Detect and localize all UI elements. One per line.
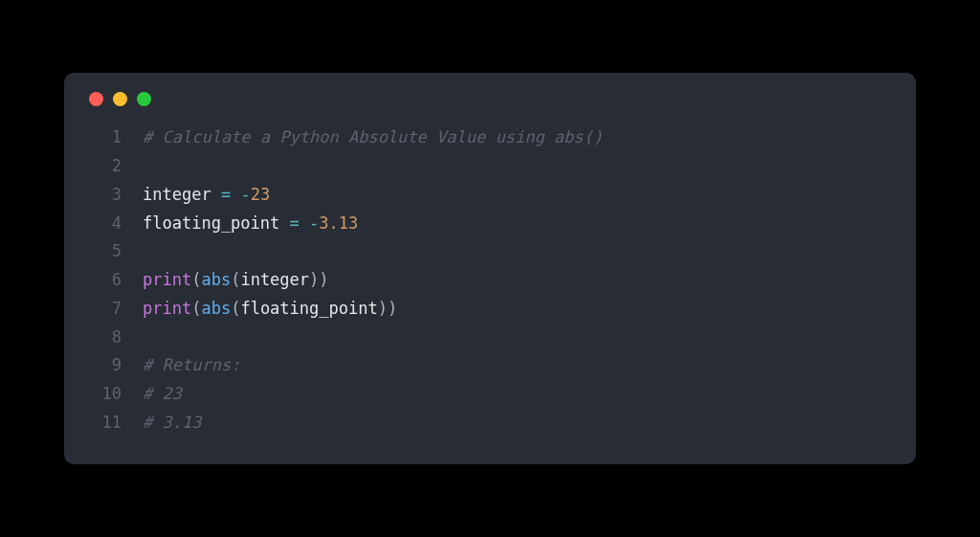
code-text: # Calculate a Python Absolute Value usin… bbox=[143, 123, 603, 152]
token: )) bbox=[378, 299, 397, 318]
token: abs bbox=[201, 299, 231, 318]
code-window: 1# Calculate a Python Absolute Value usi… bbox=[64, 73, 916, 463]
token: ( bbox=[231, 270, 240, 289]
line-number: 11 bbox=[87, 409, 122, 437]
code-text: # Returns: bbox=[143, 351, 240, 380]
code-text: print(abs(integer)) bbox=[143, 266, 329, 295]
maximize-icon[interactable] bbox=[137, 92, 151, 106]
token: - bbox=[240, 185, 250, 204]
code-text bbox=[143, 152, 152, 181]
line-number: 6 bbox=[87, 266, 122, 295]
token: )) bbox=[309, 270, 328, 289]
code-line: 4floating_point = -3.13 bbox=[87, 210, 893, 238]
token bbox=[231, 185, 240, 204]
code-text: integer = -23 bbox=[143, 181, 270, 210]
code-line: 1# Calculate a Python Absolute Value usi… bbox=[87, 123, 893, 152]
code-text: # 3.13 bbox=[143, 409, 201, 437]
line-number: 9 bbox=[87, 351, 122, 380]
code-line: 6print(abs(integer)) bbox=[87, 266, 893, 295]
token: ( bbox=[231, 299, 240, 318]
token: = bbox=[221, 185, 231, 204]
code-line: 2 bbox=[87, 152, 893, 181]
token: = bbox=[290, 213, 300, 233]
token: # 3.13 bbox=[143, 413, 201, 432]
line-number: 7 bbox=[87, 295, 122, 324]
token: - bbox=[309, 213, 319, 233]
token: abs bbox=[201, 270, 231, 289]
token: 3.13 bbox=[319, 213, 358, 233]
line-number: 4 bbox=[87, 210, 122, 238]
code-text: # 23 bbox=[143, 380, 182, 409]
code-line: 7print(abs(floating_point)) bbox=[87, 295, 893, 324]
code-line: 8 bbox=[87, 324, 893, 352]
token: print bbox=[143, 270, 191, 289]
token: # Returns: bbox=[143, 355, 240, 374]
token: integer bbox=[240, 270, 309, 289]
line-number: 3 bbox=[87, 181, 122, 210]
token: # 23 bbox=[143, 384, 182, 403]
code-text: floating_point = -3.13 bbox=[143, 210, 358, 238]
minimize-icon[interactable] bbox=[113, 92, 127, 106]
close-icon[interactable] bbox=[89, 92, 103, 106]
code-text bbox=[143, 237, 152, 266]
token: ( bbox=[191, 299, 201, 318]
code-block: 1# Calculate a Python Absolute Value usi… bbox=[87, 123, 893, 436]
line-number: 2 bbox=[87, 152, 122, 181]
traffic-lights bbox=[87, 92, 893, 106]
code-line: 3integer = -23 bbox=[87, 181, 893, 210]
token: # Calculate a Python Absolute Value usin… bbox=[143, 127, 603, 146]
token: floating_point bbox=[240, 299, 377, 318]
code-line: 10# 23 bbox=[87, 380, 893, 409]
token: print bbox=[143, 299, 191, 318]
code-line: 5 bbox=[87, 237, 893, 266]
token bbox=[300, 213, 309, 233]
line-number: 1 bbox=[87, 123, 122, 152]
line-number: 5 bbox=[87, 237, 122, 266]
token: integer bbox=[143, 185, 221, 204]
code-line: 11# 3.13 bbox=[87, 409, 893, 437]
code-text: print(abs(floating_point)) bbox=[143, 295, 397, 324]
code-text bbox=[143, 324, 152, 352]
token: ( bbox=[191, 270, 201, 289]
code-line: 9# Returns: bbox=[87, 351, 893, 380]
line-number: 10 bbox=[87, 380, 122, 409]
token: 23 bbox=[251, 185, 270, 204]
line-number: 8 bbox=[87, 324, 122, 352]
token: floating_point bbox=[143, 213, 290, 233]
